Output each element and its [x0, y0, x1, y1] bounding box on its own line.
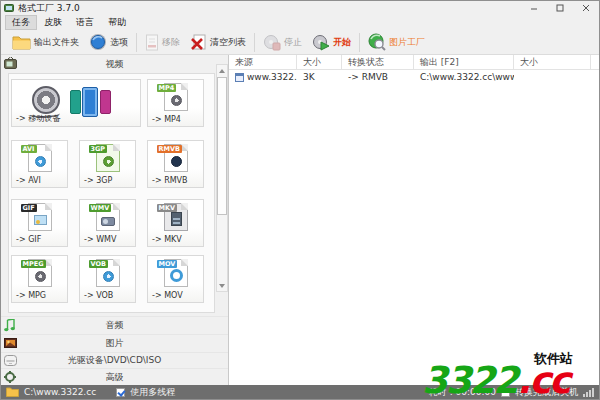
clear-x-icon: [190, 34, 207, 51]
section-rom-device[interactable]: 光驱设备\DVD\CD\ISO: [1, 352, 228, 368]
toolbar-separator: [136, 33, 137, 52]
remove-label: 移除: [162, 36, 180, 49]
menu-help[interactable]: 帮助: [101, 15, 133, 30]
convert-card-avi[interactable]: AVI -> AVI: [11, 140, 68, 188]
window-controls: [521, 1, 599, 15]
watermark-3322: 3322 .cc 软件站: [422, 362, 569, 399]
task-row[interactable]: www.3322.cc.mp4 3K -> RMVB C:\www.3322.c…: [229, 70, 599, 84]
toolbar: 输出文件夹 选项 移除 清空列表: [1, 30, 599, 55]
signal-bars-icon: [583, 388, 594, 397]
convert-card-mov[interactable]: MOV -> MOV: [147, 255, 204, 303]
convert-card-mobile-device[interactable]: -> 移动设备: [11, 79, 141, 127]
disc-drive-icon: [4, 355, 17, 366]
task-source: www.3322.cc.mp4: [247, 72, 297, 82]
picture-frame-icon: [4, 337, 17, 349]
output-folder-label: 输出文件夹: [34, 36, 79, 49]
media-file-icon: [235, 73, 244, 82]
output-path-label: C:\www.3322.cc: [24, 387, 96, 397]
multithread-label: 使用多线程: [130, 386, 175, 399]
convert-card-rmvb[interactable]: RMVB -> RMVB: [147, 140, 204, 188]
video-section-icon: [4, 57, 17, 69]
mp4-file-icon: MP4: [164, 83, 188, 111]
folder-icon: [12, 35, 31, 50]
music-note-icon: [4, 319, 15, 332]
column-header-size[interactable]: 大小: [297, 55, 342, 69]
wmv-file-icon: WMV: [96, 203, 120, 231]
convert-card-wmv[interactable]: WMV -> WMV: [79, 199, 136, 247]
task-status: -> RMVB: [342, 72, 414, 82]
watermark-cc: .cc 软件站: [517, 362, 569, 399]
main-area: 视频 -> 移动设备 MP4 -> MP4: [1, 55, 599, 385]
menu-language[interactable]: 语言: [69, 15, 101, 30]
picture-factory-icon: [368, 33, 386, 51]
sidebar-scrollbar[interactable]: [216, 64, 228, 292]
mov-file-icon: MOV: [164, 259, 188, 287]
video-format-cards: -> 移动设备 MP4 -> MP4 AVI -> AVI: [8, 73, 215, 313]
menu-bar: 任务 皮肤 语言 帮助: [1, 15, 599, 30]
clear-list-label: 清空列表: [210, 36, 246, 49]
picture-section-label: 图片: [1, 337, 228, 350]
maximize-button[interactable]: [547, 1, 573, 15]
menu-skin[interactable]: 皮肤: [37, 15, 69, 30]
task-list-header: 来源 大小 转换状态 输出 [F2] 大小: [229, 55, 599, 70]
scroll-down-arrow-icon[interactable]: [217, 280, 227, 291]
status-folder-icon: [6, 387, 19, 397]
column-header-status[interactable]: 转换状态: [342, 55, 414, 69]
picture-factory-button[interactable]: 图片工厂: [363, 31, 430, 53]
convert-card-mp4[interactable]: MP4 -> MP4: [147, 79, 204, 127]
convert-card-vob[interactable]: VOB -> VOB: [79, 255, 136, 303]
watermark-number: 3322: [422, 362, 517, 399]
rom-section-label: 光驱设备\DVD\CD\ISO: [1, 354, 228, 367]
start-label: 开始: [333, 36, 351, 49]
rmvb-file-icon: RMVB: [164, 144, 188, 172]
options-button[interactable]: 选项: [84, 31, 133, 53]
convert-card-mkv[interactable]: MKV -> MKV: [147, 199, 204, 247]
stop-icon: [263, 34, 281, 51]
video-section-label: 视频: [1, 58, 228, 71]
advanced-section-label: 高级: [1, 371, 228, 384]
section-picture[interactable]: 图片: [1, 334, 228, 351]
column-header-output[interactable]: 输出 [F2]: [414, 55, 514, 69]
column-header-source[interactable]: 来源: [229, 55, 297, 69]
menu-task[interactable]: 任务: [5, 15, 37, 30]
column-header-outsize[interactable]: 大小: [514, 55, 591, 69]
clear-list-button[interactable]: 清空列表: [185, 32, 251, 53]
remove-page-icon: [145, 34, 159, 51]
window-title: 格式工厂 3.7.0: [18, 2, 80, 15]
start-icon: [312, 34, 330, 51]
picture-factory-label: 图片工厂: [389, 36, 425, 49]
close-button[interactable]: [573, 1, 599, 15]
stop-button[interactable]: 停止: [258, 32, 307, 53]
toolbar-separator: [359, 33, 360, 52]
column-header-filler: [591, 55, 599, 69]
gear-globe-icon: [89, 33, 107, 51]
convert-card-gif[interactable]: GIF -> GIF: [11, 199, 68, 247]
task-list: 来源 大小 转换状态 输出 [F2] 大小 www.3322.cc.mp4 3K…: [229, 55, 599, 385]
stop-label: 停止: [284, 36, 302, 49]
vob-file-icon: VOB: [96, 259, 120, 287]
options-label: 选项: [110, 36, 128, 49]
advanced-gear-icon: [4, 371, 16, 383]
section-advanced[interactable]: 高级: [1, 368, 228, 385]
remove-button[interactable]: 移除: [140, 32, 185, 53]
task-output: C:\www.3322.cc\www.3...: [414, 72, 514, 82]
toolbar-separator: [254, 33, 255, 52]
section-audio[interactable]: 音频: [1, 316, 228, 333]
format-sidebar: 视频 -> 移动设备 MP4 -> MP4: [1, 55, 229, 385]
scroll-up-arrow-icon[interactable]: [217, 65, 227, 76]
audio-section-label: 音频: [1, 319, 228, 332]
title-bar: 格式工厂 3.7.0: [1, 1, 599, 15]
start-button[interactable]: 开始: [307, 32, 356, 53]
convert-card-3gp[interactable]: 3GP -> 3GP: [79, 140, 136, 188]
minimize-button[interactable]: [521, 1, 547, 15]
3gp-file-icon: 3GP: [96, 144, 120, 172]
multithread-checkbox[interactable]: [116, 388, 125, 397]
avi-file-icon: AVI: [28, 144, 52, 172]
scrollbar-thumb[interactable]: [217, 77, 227, 215]
task-size: 3K: [297, 72, 342, 82]
section-video[interactable]: 视频: [1, 55, 228, 73]
gif-file-icon: GIF: [28, 203, 52, 231]
format-factory-window: 格式工厂 3.7.0 任务 皮肤 语言 帮助 输出文件夹: [0, 0, 600, 400]
output-folder-button[interactable]: 输出文件夹: [7, 33, 84, 52]
convert-card-mpg[interactable]: MPEG -> MPG: [11, 255, 68, 303]
